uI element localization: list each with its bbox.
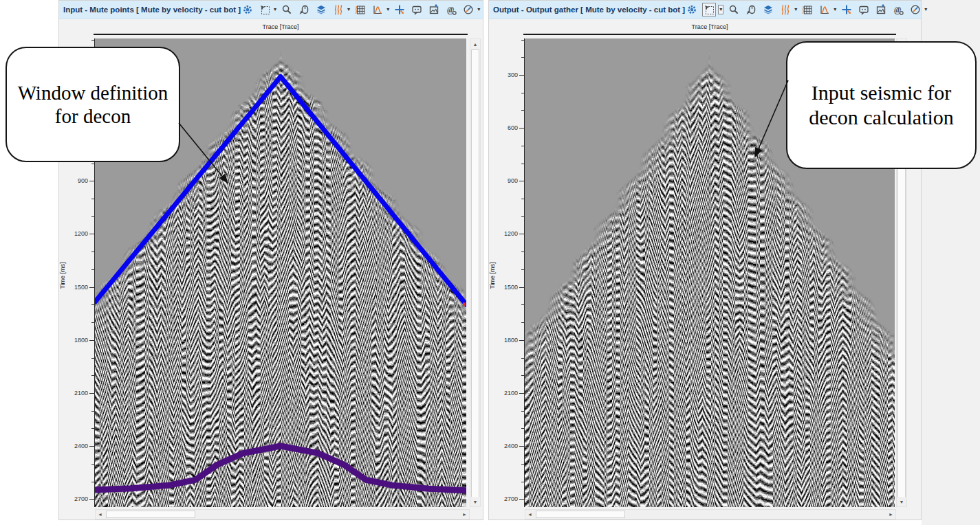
horizontal-scrollbar-thumb[interactable]	[106, 511, 195, 518]
time-axis-label: Time [ms]	[489, 252, 496, 300]
wiggle-display-icon[interactable]	[778, 3, 792, 16]
scroll-left-button[interactable]: ◄	[525, 510, 534, 519]
time-tick-label: 1800	[494, 337, 518, 344]
scroll-left-button[interactable]: ◄	[96, 510, 105, 519]
settings-gear-icon[interactable]	[685, 3, 699, 16]
comment-icon[interactable]	[410, 3, 424, 16]
select-mode-icon[interactable]	[258, 3, 272, 16]
grid-display-icon[interactable]	[353, 3, 367, 16]
time-tick-label: 900	[494, 177, 518, 184]
grid-display-icon[interactable]	[801, 3, 814, 16]
comment-icon[interactable]	[857, 3, 871, 16]
zoom-magnifier-icon[interactable]	[727, 3, 741, 16]
time-tick-label: 1500	[65, 284, 88, 291]
crosshair-pick-icon[interactable]	[393, 3, 406, 16]
dropdown-caret-icon[interactable]: ▾	[794, 7, 797, 12]
application-window: Input - Mute points [ Mute by velocity -…	[0, 0, 980, 525]
vertical-scrollbar[interactable]: ▲ ▼	[470, 38, 481, 507]
time-tick-label: 1200	[494, 230, 518, 237]
input-panel-toolbar: ▾▾▾@▾	[241, 3, 480, 16]
input-panel-title: Input - Mute points [ Mute by velocity -…	[63, 5, 241, 14]
time-tick-label: 2400	[494, 443, 518, 449]
time-tick-label: 1500	[494, 284, 518, 291]
time-tick-label: 1800	[65, 337, 88, 344]
export-image-icon[interactable]	[427, 3, 441, 16]
dropdown-caret-icon[interactable]: ▾	[386, 7, 389, 12]
dropdown-caret-icon[interactable]: ▾	[347, 7, 350, 12]
time-tick-label: 600	[494, 124, 518, 131]
horizontal-scrollbar-thumb[interactable]	[536, 511, 625, 518]
callout-input-seismic: Input seismic for decon calculation	[786, 41, 977, 169]
horizontal-scrollbar[interactable]: ◄ ►	[95, 509, 470, 520]
compass-orientation-icon[interactable]	[908, 3, 922, 16]
dropdown-caret-icon[interactable]: ▾	[834, 7, 836, 12]
scroll-up-button[interactable]: ▲	[470, 39, 480, 49]
callout-window-definition: Window definition for decon	[6, 47, 180, 162]
output-panel-titlebar[interactable]: Output - Output gather [ Mute by velocit…	[489, 1, 921, 19]
time-tick-label: 1200	[65, 230, 88, 237]
time-tick-label: 2400	[65, 443, 88, 449]
select-mode-icon[interactable]	[702, 3, 716, 16]
zoom-magnifier-icon[interactable]	[280, 3, 294, 16]
time-axis-label: Time [ms]	[59, 252, 66, 300]
scroll-right-button[interactable]: ►	[886, 510, 895, 519]
dropdown-caret-icon[interactable]: ▾	[924, 7, 927, 12]
scroll-right-button[interactable]: ►	[460, 510, 469, 519]
time-tick-label: 300	[494, 71, 518, 78]
mouse-tools-icon[interactable]	[297, 3, 311, 16]
gain-curve-icon[interactable]	[818, 3, 831, 16]
gain-curve-icon[interactable]	[371, 3, 384, 16]
output-panel-title: Output - Output gather [ Mute by velocit…	[493, 5, 685, 14]
compass-orientation-icon[interactable]	[461, 3, 475, 16]
export-image-icon[interactable]	[874, 3, 888, 16]
mouse-tools-icon[interactable]	[744, 3, 758, 16]
dropdown-caret-icon[interactable]: ▾	[718, 5, 723, 14]
vertical-scrollbar-thumb[interactable]	[471, 49, 479, 498]
top-axis-rule	[94, 34, 468, 35]
time-tick-label: 2100	[65, 390, 88, 396]
time-tick-label: 2100	[494, 390, 518, 396]
at-symbol-icon[interactable]: @	[444, 3, 458, 16]
wiggle-display-icon[interactable]	[331, 3, 345, 16]
time-tick-label: 2700	[65, 495, 88, 502]
layers-icon[interactable]	[314, 3, 328, 16]
at-symbol-icon[interactable]: @	[891, 3, 905, 16]
top-axis-rule	[523, 34, 896, 35]
dropdown-caret-icon[interactable]: ▾	[477, 7, 480, 12]
time-tick-label: 2700	[494, 495, 518, 502]
trace-axis-label: Trace [Trace]	[232, 23, 329, 30]
output-panel-toolbar: ▾▾▾@▾	[685, 3, 927, 16]
input-panel-titlebar[interactable]: Input - Mute points [ Mute by velocity -…	[59, 1, 483, 19]
layers-icon[interactable]	[761, 3, 775, 16]
crosshair-pick-icon[interactable]	[840, 3, 853, 16]
settings-gear-icon[interactable]	[241, 3, 254, 16]
dropdown-caret-icon[interactable]: ▾	[274, 7, 276, 12]
horizontal-scrollbar[interactable]: ◄ ►	[525, 509, 896, 520]
scroll-down-button[interactable]: ▼	[897, 497, 906, 506]
trace-axis-label: Trace [Trace]	[662, 23, 758, 30]
scroll-down-button[interactable]: ▼	[470, 497, 480, 506]
time-tick-label: 900	[65, 177, 88, 184]
